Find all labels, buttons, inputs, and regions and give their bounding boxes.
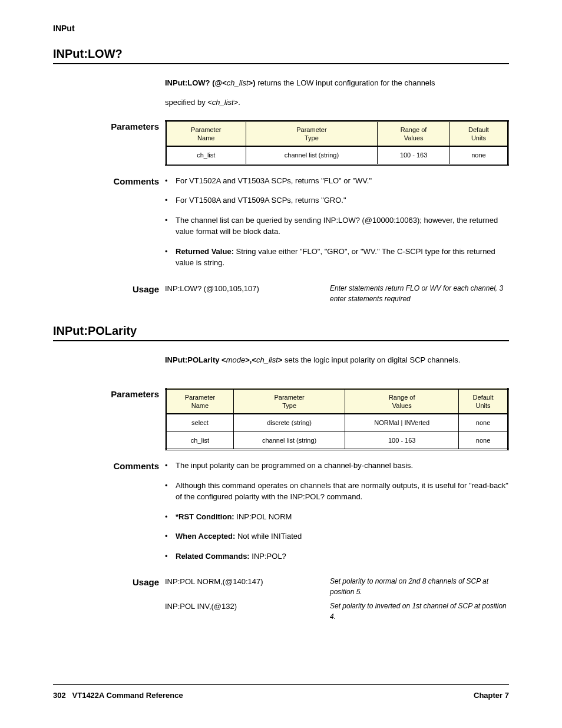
syntax-line: INPut:LOW? (@<ch_list>) returns the LOW …	[165, 78, 509, 87]
td: none	[459, 431, 508, 450]
usage-command: INP:POL INV,(@132)	[165, 601, 330, 622]
parameters-table: ParameterName ParameterType Range ofValu…	[165, 120, 509, 166]
comments-label: Comments	[53, 460, 165, 471]
parameters-block: Parameters ParameterName ParameterType R…	[53, 388, 509, 454]
th: ParameterType	[233, 388, 345, 414]
parameters-block: Parameters ParameterName ParameterType R…	[53, 120, 509, 169]
bullet-item: •*RST Condition: INP:POL NORM	[165, 511, 509, 523]
bullet-item: •When Accepted: Not while INITiated	[165, 531, 509, 542]
page-footer: 302 VT1422A Command Reference Chapter 7	[53, 684, 509, 700]
td: ch_list	[166, 146, 246, 164]
page-number: 302	[53, 691, 66, 700]
usage-command: INP:LOW? (@100,105,107)	[165, 283, 330, 304]
td: discrete (string)	[233, 414, 345, 431]
td: 100 - 163	[378, 146, 450, 164]
usage-block: Usage INP:POL NORM,(@140:147)Set polarit…	[53, 576, 509, 625]
footer-title: VT1422A Command Reference	[72, 691, 183, 700]
comments-block: Comments •For VT1502A and VT1503A SCPs, …	[53, 175, 509, 277]
parameters-table: ParameterName ParameterType Range ofValu…	[165, 388, 509, 451]
th: DefaultUnits	[449, 121, 508, 146]
section-title-input-low: INPut:LOW?	[53, 47, 509, 64]
usage-row: INP:POL INV,(@132)Set polarity to invert…	[165, 601, 509, 622]
td: channel list (string)	[246, 146, 378, 164]
th: ParameterName	[166, 388, 234, 414]
th: Range ofValues	[378, 121, 450, 146]
usage-description: Set polarity to normal on 2nd 8 channels…	[330, 576, 509, 597]
parameters-label: Parameters	[53, 388, 165, 399]
usage-row: INP:POL NORM,(@140:147)Set polarity to n…	[165, 576, 509, 597]
bullet-item: •Returned Value: String value either "FL…	[165, 246, 509, 269]
bullet-item: •The channel list can be queried by send…	[165, 215, 509, 238]
bullet-item: •Although this command operates on chann…	[165, 480, 509, 503]
syntax-description: specified by <ch_list>.	[165, 97, 509, 108]
bullet-item: •For VT1502A and VT1503A SCPs, returns "…	[165, 175, 509, 187]
td: select	[166, 414, 234, 431]
usage-block: Usage INP:LOW? (@100,105,107) Enter stat…	[53, 283, 509, 308]
th: DefaultUnits	[459, 388, 508, 414]
comments-label: Comments	[53, 175, 165, 186]
bullet-item: •Related Commands: INP:POL?	[165, 551, 509, 562]
footer-chapter: Chapter 7	[474, 691, 509, 700]
usage-description: Enter statements return FLO or WV for ea…	[330, 283, 509, 304]
usage-command: INP:POL NORM,(@140:147)	[165, 576, 330, 597]
td: channel list (string)	[233, 431, 345, 450]
td: ch_list	[166, 431, 234, 450]
td: 100 - 163	[345, 431, 459, 450]
th: ParameterType	[246, 121, 378, 146]
parameters-label: Parameters	[53, 120, 165, 131]
th: ParameterName	[166, 121, 246, 146]
section-title-input-polarity: INPut:POLarity	[53, 324, 509, 341]
td: NORMal | INVerted	[345, 414, 459, 431]
usage-label: Usage	[53, 283, 165, 294]
bullet-item: •The input polarity can be programmed on…	[165, 460, 509, 472]
comments-block: Comments •The input polarity can be prog…	[53, 460, 509, 570]
th: Range ofValues	[345, 388, 459, 414]
syntax-line: INPut:POLarity <mode>,<ch_list> sets the…	[165, 355, 509, 364]
page-container: INPut INPut:LOW? INPut:LOW? (@<ch_list>)…	[0, 0, 562, 728]
running-header: INPut	[53, 24, 509, 33]
bullet-item: •For VT1508A and VT1509A SCPs, returns "…	[165, 195, 509, 206]
td: none	[459, 414, 508, 431]
usage-label: Usage	[53, 576, 165, 587]
td: none	[449, 146, 508, 164]
usage-description: Set polarity to inverted on 1st channel …	[330, 601, 509, 622]
